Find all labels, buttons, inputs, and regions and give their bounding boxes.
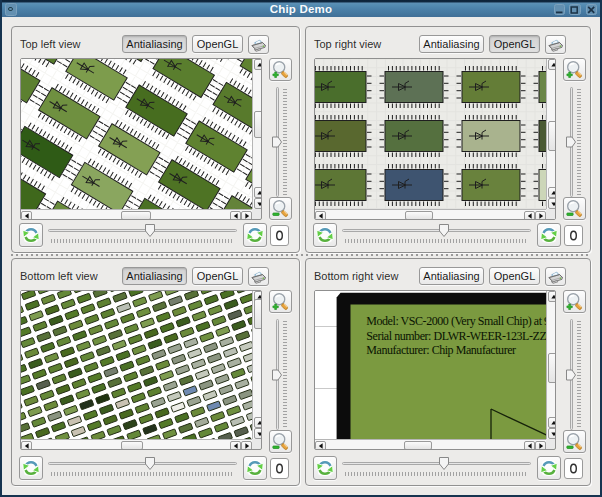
svg-text:Serial number: DLWR-WEER-123L-: Serial number: DLWR-WEER-123L-ZZ334	[366, 329, 556, 343]
svg-text:Manufacturer: Chip Manufacture: Manufacturer: Chip Manufacturer	[366, 343, 516, 357]
svg-text:Model: VSC-2000 (Very Small Ch: Model: VSC-2000 (Very Small Chip) at 97	[366, 314, 555, 328]
